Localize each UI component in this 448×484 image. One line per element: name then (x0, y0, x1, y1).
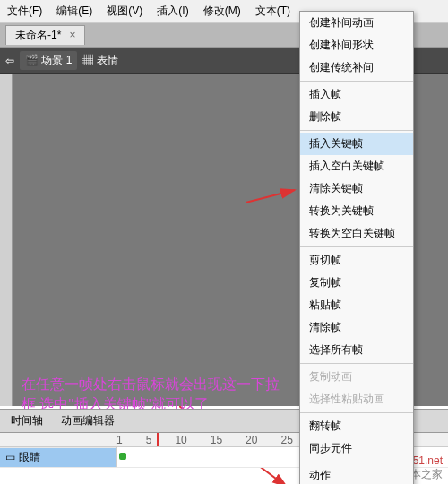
tab-timeline[interactable]: 时间轴 (5, 411, 48, 430)
cm-cut-frames[interactable]: 剪切帧 (300, 249, 413, 272)
cm-create-shape-tween[interactable]: 创建补间形状 (300, 34, 413, 56)
separator (300, 246, 413, 247)
svg-line-0 (246, 190, 295, 203)
separator (300, 81, 413, 82)
ruler-tick: 1 (116, 434, 123, 446)
tool-panel[interactable] (0, 74, 13, 406)
cm-copy-frames[interactable]: 复制帧 (300, 272, 413, 294)
ruler-tick: 5 (146, 434, 152, 446)
tab-motion-editor[interactable]: 动画编辑器 (56, 411, 120, 430)
cm-create-motion-tween[interactable]: 创建补间动画 (300, 12, 413, 34)
cm-select-all-frames[interactable]: 选择所有帧 (300, 339, 413, 361)
cm-paste-motion-special: 选择性粘贴动画 (300, 388, 413, 411)
doc-name: 未命名-1* (15, 29, 61, 41)
cm-paste-frames[interactable]: 粘贴帧 (300, 294, 413, 316)
menu-file[interactable]: 文件(F) (4, 2, 46, 21)
context-menu: 创建补间动画 创建补间形状 创建传统补间 插入帧 删除帧 插入关键帧 插入空白关… (299, 11, 414, 484)
keyframe-icon[interactable] (119, 453, 126, 460)
menu-edit[interactable]: 编辑(E) (53, 2, 96, 21)
cm-create-classic-tween[interactable]: 创建传统补间 (300, 56, 413, 79)
ruler-tick: 15 (211, 434, 222, 446)
cm-sync-symbols[interactable]: 同步元件 (300, 437, 413, 460)
cm-insert-blank-keyframe[interactable]: 插入空白关键帧 (300, 155, 413, 177)
cm-convert-keyframe[interactable]: 转换为关键帧 (300, 200, 413, 222)
ruler-tick: 20 (246, 434, 257, 446)
scene-icon: 🎬 (25, 54, 39, 66)
cm-clear-keyframe[interactable]: 清除关键帧 (300, 177, 413, 200)
separator (300, 412, 413, 413)
playhead[interactable] (157, 433, 159, 446)
symbol-crumb[interactable]: ▦ 表情 (82, 53, 117, 68)
separator (300, 363, 413, 364)
cm-actions[interactable]: 动作 (300, 464, 413, 484)
scene-crumb[interactable]: 🎬 场景 1 (20, 51, 77, 70)
cm-remove-frame[interactable]: 删除帧 (300, 106, 413, 128)
ruler-tick: 10 (175, 434, 186, 446)
layer-icon: ▭ (5, 451, 15, 463)
doc-tab[interactable]: 未命名-1* × (5, 25, 85, 45)
cm-reverse-frames[interactable]: 翻转帧 (300, 415, 413, 437)
menu-modify[interactable]: 修改(M) (200, 2, 245, 21)
cm-insert-frame[interactable]: 插入帧 (300, 83, 413, 106)
cm-clear-frames[interactable]: 清除帧 (300, 316, 413, 339)
close-icon[interactable]: × (69, 29, 75, 41)
separator (300, 462, 413, 462)
back-icon[interactable]: ⇦ (5, 55, 14, 67)
cm-convert-blank-keyframe[interactable]: 转换为空白关键帧 (300, 222, 413, 245)
cm-insert-keyframe[interactable]: 插入关键帧 (300, 133, 413, 155)
menu-view[interactable]: 视图(V) (103, 2, 146, 21)
symbol-icon: ▦ (82, 54, 93, 66)
ruler-tick: 25 (280, 434, 292, 446)
separator (300, 130, 413, 131)
menu-text[interactable]: 文本(T) (252, 2, 294, 21)
layer-name-cell[interactable]: ▭ 眼睛 (0, 448, 116, 467)
annotation-arrow-1 (246, 186, 299, 206)
cm-copy-motion: 复制动画 (300, 366, 413, 388)
menu-insert[interactable]: 插入(I) (153, 2, 192, 21)
